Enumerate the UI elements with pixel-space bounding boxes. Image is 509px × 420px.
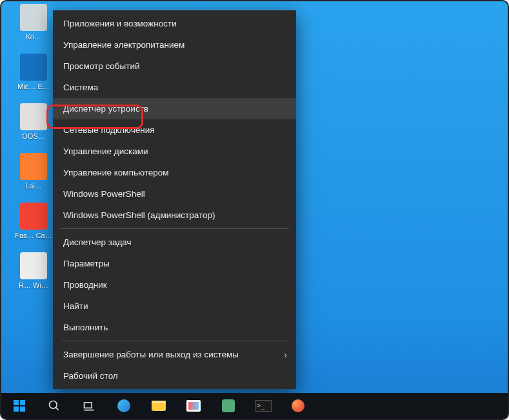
menu-item-label: Управление электропитанием [63,40,185,50]
desktop-icon-glyph [20,153,47,180]
desktop-icon-glyph [20,54,47,81]
winx-item-power_opts[interactable]: Управление электропитанием [53,34,296,55]
menu-item-label: Приложения и возможности [63,19,177,28]
taskbar-edge-button[interactable] [110,393,138,419]
menu-item-label: Выполнить [63,323,108,332]
winx-item-net_conns[interactable]: Сетевые подключения [53,119,296,141]
winx-item-powershell[interactable]: Windows PowerShell [53,183,296,205]
taskbar-explorer-button[interactable] [145,393,173,419]
menu-item-label: Управление компьютером [63,168,169,177]
menu-item-label: Система [63,83,98,92]
desktop-icon[interactable]: OOS… [14,103,53,140]
desktop-icon-label: Fas… Ca… [15,232,52,239]
start-button[interactable] [5,393,34,419]
winx-item-apps_features[interactable]: Приложения и возможности [53,13,296,34]
taskbar: >_ [1,393,508,419]
winx-item-search[interactable]: Найти [53,295,296,317]
menu-separator [61,228,288,229]
desktop-icon-label: OOS… [22,132,45,140]
winx-item-device_manager[interactable]: Диспетчер устройств [53,98,296,119]
desktop-icon-glyph [20,252,47,279]
store-icon [186,400,201,412]
desktop-icon-label: Mic… E… [17,83,50,90]
taskbar-opera-button[interactable] [284,393,312,419]
winx-item-powershell_adm[interactable]: Windows PowerShell (администратор) [53,205,296,226]
desktop-icon[interactable]: Lai… [14,153,53,190]
folder-icon [152,401,166,411]
winx-power-menu: Приложения и возможностиУправление элект… [53,10,296,389]
desktop-icon-label: Ко… [26,33,41,41]
desktop-icon[interactable]: R… Wi… [14,252,53,289]
desktop-icon-glyph [20,103,47,130]
taskbar-terminal-button[interactable]: >_ [249,393,277,419]
svg-line-1 [56,408,59,410]
svg-rect-2 [85,403,92,408]
desktop-icon[interactable]: Mic… E… [14,54,53,90]
edge-icon [117,399,130,412]
menu-item-label: Windows PowerShell [63,189,145,199]
menu-item-label: Проводник [63,280,107,290]
svg-point-0 [50,401,57,409]
task-view-icon [83,399,95,412]
task-view-button[interactable] [75,393,103,419]
windows-desktop: Ко… Mic… E… OOS… Lai… Fas… Ca… R… Wi… Пр… [0,0,509,420]
menu-item-label: Windows PowerShell (администратор) [63,210,215,220]
winx-item-desktop[interactable]: Рабочий стол [53,365,296,386]
menu-item-label: Параметры [63,259,110,268]
app-icon [222,399,235,412]
menu-item-label: Просмотр событий [63,61,140,71]
menu-item-label: Управление дисками [63,146,148,156]
winx-item-event_viewer[interactable]: Просмотр событий [53,55,296,77]
desktop-icon[interactable]: Ко… [14,4,53,41]
winx-item-shutdown[interactable]: Завершение работы или выход из системы› [53,344,296,365]
menu-item-label: Сетевые подключения [63,125,155,135]
menu-item-label: Диспетчер устройств [63,104,148,114]
menu-separator [61,341,288,341]
menu-item-label: Найти [63,301,88,311]
winx-item-comp_mgmt[interactable]: Управление компьютером [53,162,296,183]
winx-item-task_manager[interactable]: Диспетчер задач [53,232,296,253]
opera-icon [292,399,304,412]
menu-item-label: Рабочий стол [63,371,118,381]
desktop-icon-label: R… Wi… [19,281,48,289]
winx-item-run[interactable]: Выполнить [53,317,296,338]
winx-item-system[interactable]: Система [53,77,296,98]
winx-item-settings[interactable]: Параметры [53,253,296,274]
terminal-icon: >_ [255,400,272,412]
chevron-right-icon: › [284,350,287,360]
menu-item-label: Диспетчер задач [63,237,132,247]
taskbar-app-button[interactable] [214,393,243,419]
search-icon [48,399,61,412]
desktop-icon-glyph [20,4,47,31]
windows-logo-icon [14,400,25,412]
desktop-icons-column: Ко… Mic… E… OOS… Lai… Fas… Ca… R… Wi… [14,4,53,303]
winx-item-explorer[interactable]: Проводник [53,274,296,295]
desktop-icon-label: Lai… [25,182,42,190]
taskbar-store-button[interactable] [179,393,208,419]
taskbar-search-button[interactable] [40,393,68,419]
winx-item-disk_mgmt[interactable]: Управление дисками [53,141,296,162]
desktop-icon-glyph [20,203,47,230]
desktop-icon[interactable]: Fas… Ca… [14,203,53,239]
menu-item-label: Завершение работы или выход из системы [63,350,239,359]
